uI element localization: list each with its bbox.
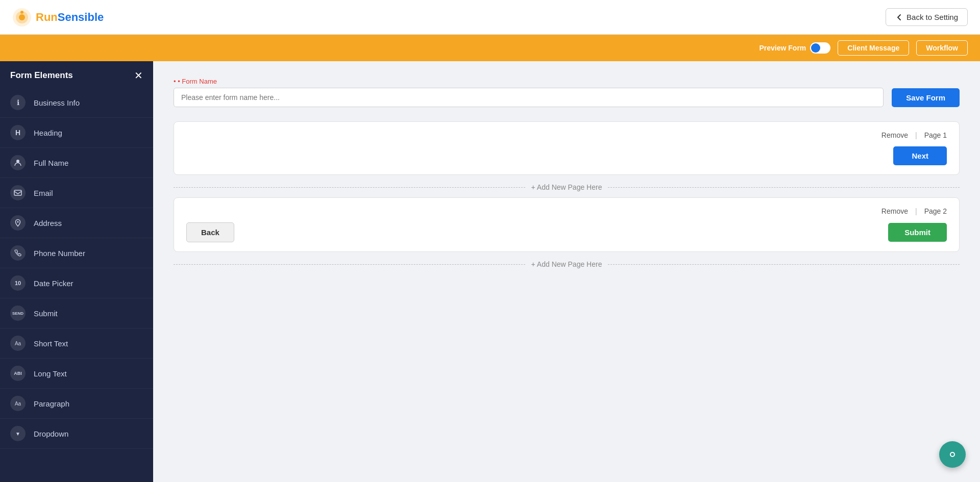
sidebar-item-date-picker[interactable]: 10 Date Picker bbox=[0, 268, 153, 298]
address-icon bbox=[10, 215, 26, 231]
chat-bubble-button[interactable] bbox=[939, 441, 966, 468]
page-1-label: Page 1 bbox=[924, 131, 947, 139]
phone-icon bbox=[10, 245, 26, 261]
form-name-label: • Form Name bbox=[174, 78, 884, 85]
main-layout: Form Elements ✕ ℹ Business Info H Headin… bbox=[0, 61, 980, 482]
svg-point-3 bbox=[20, 11, 23, 14]
paragraph-icon: Aa bbox=[10, 396, 26, 411]
submit-button[interactable]: Submit bbox=[888, 223, 947, 242]
orange-banner: Preview Form Client Message Workflow bbox=[0, 35, 980, 61]
short-text-icon: Aa bbox=[10, 336, 26, 351]
add-page-divider-1[interactable]: + Add New Page Here bbox=[174, 183, 960, 191]
back-button[interactable]: Back bbox=[186, 222, 234, 242]
sidebar-item-submit[interactable]: SEND Submit bbox=[0, 298, 153, 328]
back-to-setting-button[interactable]: Back to Setting bbox=[886, 8, 968, 26]
add-page-divider-2[interactable]: + Add New Page Here bbox=[174, 260, 960, 268]
heading-icon: H bbox=[10, 125, 26, 140]
preview-form-toggle[interactable] bbox=[810, 42, 830, 54]
sidebar: Form Elements ✕ ℹ Business Info H Headin… bbox=[0, 61, 153, 482]
preview-form-group: Preview Form bbox=[759, 42, 830, 54]
sidebar-item-phone[interactable]: Phone Number bbox=[0, 238, 153, 268]
logo-icon bbox=[12, 8, 32, 27]
email-icon bbox=[10, 185, 26, 200]
form-name-input-wrap: • Form Name bbox=[174, 78, 884, 107]
page-2-label: Page 2 bbox=[924, 207, 947, 215]
svg-point-4 bbox=[16, 160, 19, 163]
sidebar-item-business-info[interactable]: ℹ Business Info bbox=[0, 88, 153, 118]
sidebar-item-short-text[interactable]: Aa Short Text bbox=[0, 328, 153, 359]
page-1-controls: Remove | Page 1 bbox=[186, 131, 947, 139]
content-area: • Form Name Save Form Remove bbox=[153, 61, 980, 482]
sidebar-item-dropdown[interactable]: ▼ Dropdown bbox=[0, 419, 153, 449]
logo-area: RunSensible bbox=[12, 8, 104, 27]
page-1-actions: Next bbox=[186, 146, 947, 165]
dropdown-icon: ▼ bbox=[10, 426, 26, 441]
svg-point-6 bbox=[17, 221, 19, 223]
top-header: RunSensible Back to Setting bbox=[0, 0, 980, 35]
page-1-block: Remove | Page 1 Next bbox=[174, 121, 960, 175]
page-2-remove-link[interactable]: Remove bbox=[881, 207, 908, 215]
sidebar-item-long-text[interactable]: ABI Long Text bbox=[0, 359, 153, 389]
sidebar-header: Form Elements ✕ bbox=[0, 61, 153, 88]
page-2-actions: Back Submit bbox=[186, 222, 947, 242]
page-2-controls: Remove | Page 2 bbox=[186, 207, 947, 215]
person-icon bbox=[10, 155, 26, 170]
sidebar-item-full-name[interactable]: Full Name bbox=[0, 148, 153, 178]
long-text-icon: ABI bbox=[10, 366, 26, 381]
svg-point-2 bbox=[19, 14, 25, 20]
svg-point-10 bbox=[951, 453, 954, 456]
chat-icon bbox=[946, 448, 959, 461]
workflow-button[interactable]: Workflow bbox=[916, 40, 968, 56]
page-2-block: Remove | Page 2 Back Submit bbox=[174, 197, 960, 252]
date-picker-icon: 10 bbox=[10, 275, 26, 291]
next-button[interactable]: Next bbox=[893, 146, 947, 165]
client-message-button[interactable]: Client Message bbox=[838, 40, 909, 56]
submit-icon: SEND bbox=[10, 306, 26, 321]
form-name-row: • Form Name Save Form bbox=[174, 78, 960, 107]
sidebar-item-address[interactable]: Address bbox=[0, 208, 153, 238]
logo-text: RunSensible bbox=[36, 11, 104, 24]
info-icon: ℹ bbox=[10, 95, 26, 110]
sidebar-item-heading[interactable]: H Heading bbox=[0, 118, 153, 148]
form-name-input[interactable] bbox=[174, 88, 884, 107]
page-1-remove-link[interactable]: Remove bbox=[881, 131, 908, 139]
svg-rect-5 bbox=[14, 190, 21, 195]
sidebar-item-paragraph[interactable]: Aa Paragraph bbox=[0, 389, 153, 419]
save-form-button[interactable]: Save Form bbox=[892, 88, 960, 107]
sidebar-close-button[interactable]: ✕ bbox=[134, 70, 143, 81]
sidebar-item-email[interactable]: Email bbox=[0, 178, 153, 208]
back-arrow-icon bbox=[895, 13, 903, 21]
